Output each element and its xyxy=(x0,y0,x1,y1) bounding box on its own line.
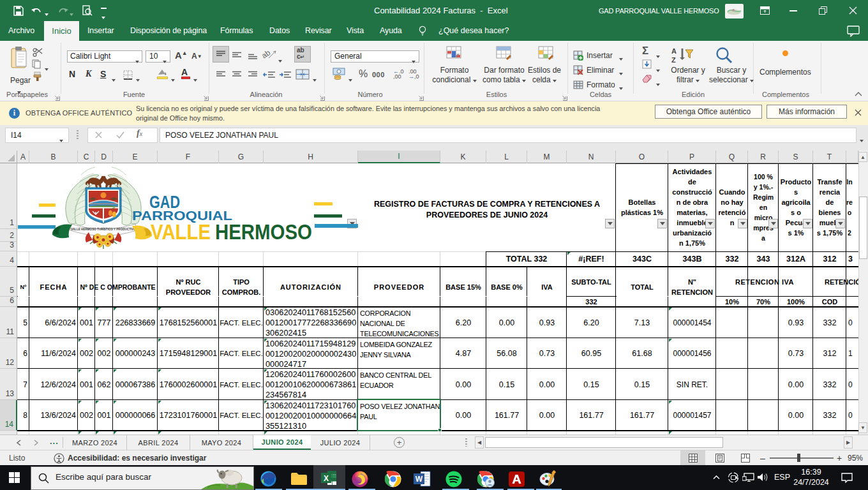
svg-text:A: A xyxy=(671,47,677,55)
svg-text:HERMOSO: HERMOSO xyxy=(215,219,312,244)
svg-text:VALLE HERMOSO TURÍSTICO Y PROD: VALLE HERMOSO TURÍSTICO Y PRODUCTIVO xyxy=(71,226,136,231)
svg-text:Z: Z xyxy=(671,56,676,64)
svg-text:VALLE: VALLE xyxy=(151,219,211,244)
svg-text:W: W xyxy=(415,475,423,484)
svg-text:X: X xyxy=(324,474,329,483)
